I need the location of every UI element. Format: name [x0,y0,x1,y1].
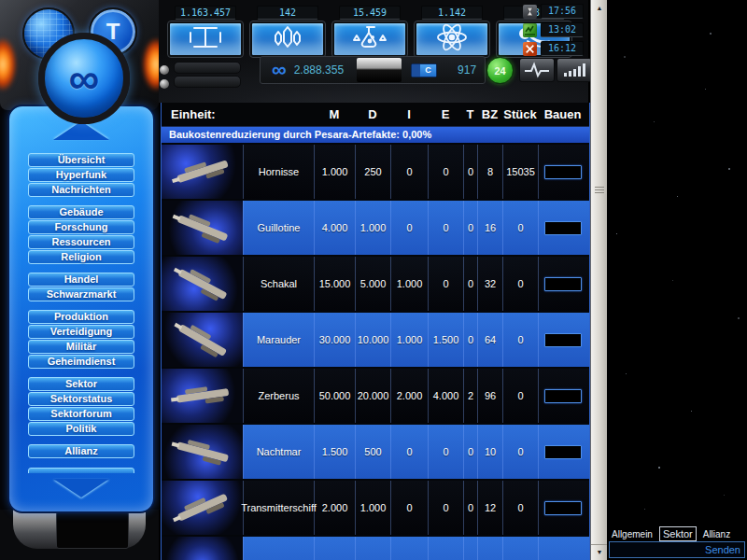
sidebar-item-ressourcen[interactable]: Ressourcen [28,235,134,249]
scrollbar-down-arrow[interactable]: ▼ [591,544,608,559]
col-i [390,537,428,560]
col-m: 4.000 [314,201,355,255]
knob-decoration [160,65,169,75]
star [724,495,725,496]
sidebar-item-sektorforum[interactable]: Sektorforum [28,407,134,421]
bauen-input[interactable] [544,277,582,291]
bauen-cell [538,369,587,423]
unit-image [162,369,243,423]
bauen-input[interactable] [544,445,582,459]
star [616,233,617,234]
sidebar-item-politik[interactable]: Politik [28,422,134,436]
col-t: 0 [463,257,477,311]
table-row: Schakal15.0005.0001.00000320 [162,255,589,311]
col-t: 0 [463,313,477,367]
chat-tab-allgemein[interactable]: Allgemein [609,528,655,540]
sidebar-item-nachrichten[interactable]: Nachrichten [28,183,134,197]
col-t [463,537,477,560]
col-bz: 32 [477,257,502,311]
col-stueck [502,537,538,560]
col-stueck: 15035 [502,145,538,199]
unit-table-header: Einheit: MDIETBZStückBauen [162,103,589,127]
menu-group: SektorSektorstatusSektorforumPolitik [9,377,153,436]
pulse-monitor-button[interactable] [519,58,555,82]
sidebar-item-sektorstatus[interactable]: Sektorstatus [28,392,134,406]
unit-name: Nachtmar [243,425,314,479]
unit-image [162,257,243,311]
bauen-input[interactable] [544,221,582,235]
col-i: 0 [390,145,428,199]
resource-screen-button[interactable] [332,21,407,57]
bauen-cell [538,201,587,255]
unit-image [162,313,243,367]
clock-time-display: 16:12 [541,41,584,56]
menu-scroll-down-arrow[interactable] [53,479,109,497]
bauen-input[interactable] [544,333,582,347]
col-m: 50.000 [314,369,355,423]
header-col-i: I [390,107,428,121]
resource-panel: 1.142 [415,2,489,57]
bauen-cell [538,425,587,479]
resource-panel: 1.163.457 [168,2,243,57]
sidebar-item-uebersicht[interactable]: Übersicht [28,153,134,167]
sidebar-item-militaer[interactable]: Militär [28,340,134,354]
col-stueck: 0 [502,481,538,535]
menu-group: HandelSchwarzmarkt [9,273,153,301]
menu-scroll-up-arrow[interactable] [53,121,109,140]
star [738,317,740,319]
sidebar-item-allianz[interactable]: Allianz [28,444,134,458]
sidebar-item-produktion[interactable]: Produktion [28,310,134,324]
col-e: 4.000 [428,369,463,423]
resource-screen-button[interactable] [168,21,243,57]
sidebar-item-schwarzmarkt[interactable]: Schwarzmarkt [28,287,134,301]
bauen-input[interactable] [544,501,582,515]
col-e: 0 [428,145,463,199]
infobar-slider-handle[interactable] [357,58,402,82]
scrollbar-up-arrow[interactable]: ▲ [591,1,608,15]
col-i: 1.000 [390,313,428,367]
red-status-icon [523,42,537,56]
sidebar-item-gebaeude[interactable]: Gebäude [28,205,134,219]
bauen-cell [538,313,587,367]
sidebar-item-hyperfunk[interactable]: Hyperfunk [28,168,134,182]
unit-name [243,537,314,560]
infinity-orb-button[interactable]: ∞ [38,33,130,124]
bauen-input[interactable] [544,165,582,179]
sidebar-item-handel[interactable]: Handel [28,273,134,287]
col-t: 0 [463,201,477,255]
chat-tab-sektor[interactable]: Sektor [659,526,697,541]
sidebar-item-clipped[interactable] [9,467,153,473]
scrollbar-thumb-grip[interactable] [595,187,604,193]
flame-decoration-left [0,37,17,91]
unit-image [162,537,243,560]
sidebar-item-sektor[interactable]: Sektor [28,377,134,391]
chat-tabs: AllgemeinSektorAllianz [609,526,737,541]
menu-group: Allianz [9,444,153,458]
hourglass-icon [523,5,537,19]
secondary-value: 917 [458,63,476,77]
col-stueck: 0 [502,425,538,479]
unit-image [162,425,243,479]
bauen-input[interactable] [544,389,582,403]
chat-tab-allianz[interactable]: Allianz [700,528,733,540]
header-col-t: T [463,107,477,121]
sidebar-item-religion[interactable]: Religion [28,250,134,264]
vertical-scrollbar[interactable]: ▲ ▼ [590,0,608,560]
chat-message-input[interactable] [610,544,701,556]
sidebar-item-geheimdienst[interactable]: Geheimdienst [28,355,134,369]
col-m: 15.000 [314,257,355,311]
status-bar-slot [174,62,241,74]
star [626,373,627,374]
resource-screen-button[interactable] [415,21,489,57]
chat-send-button[interactable]: Senden [701,544,744,555]
star [677,196,678,197]
col-stueck: 0 [502,201,538,255]
star [654,121,655,122]
col-bz: 10 [477,425,502,479]
knob-decoration [160,79,169,89]
green-counter-badge[interactable]: 24 [486,57,514,84]
resource-screen-button[interactable] [250,21,325,57]
statistics-button[interactable] [557,58,592,82]
sidebar-item-verteidigung[interactable]: Verteidigung [28,325,134,339]
sidebar-item-forschung[interactable]: Forschung [28,220,134,234]
